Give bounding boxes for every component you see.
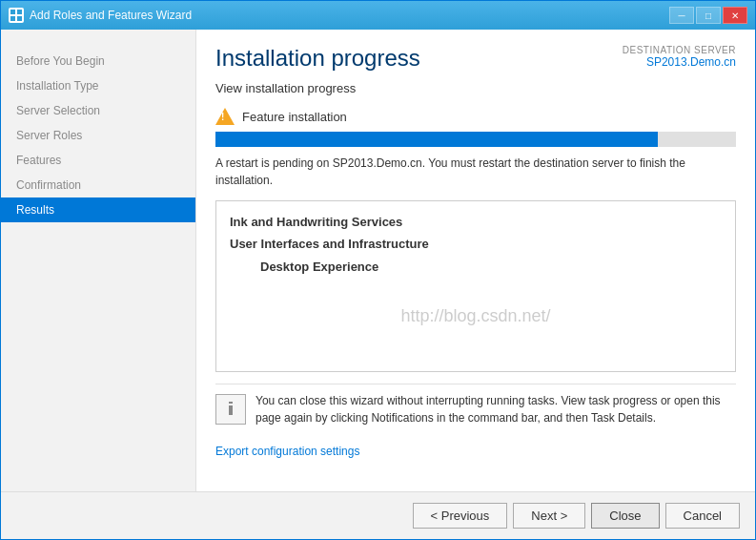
destination-server-info: DESTINATION SERVER SP2013.Demo.cn [623, 45, 736, 69]
close-button[interactable]: Close [591, 503, 659, 529]
destination-server-label: DESTINATION SERVER [623, 45, 736, 55]
progress-bar-fill [215, 132, 658, 147]
svg-rect-0 [10, 10, 15, 14]
progress-bar-container [215, 132, 736, 147]
feature-install-text: Feature installation [242, 110, 347, 124]
minimize-button[interactable]: ─ [669, 7, 694, 24]
svg-rect-4 [229, 402, 233, 404]
title-bar-left: Add Roles and Features Wizard [9, 8, 192, 23]
info-text: You can close this wizard without interr… [255, 392, 736, 426]
restart-notice: A restart is pending on SP2013.Demo.cn. … [215, 155, 736, 189]
installed-features-box: Ink and Handwriting Services User Interf… [215, 200, 736, 372]
page-body: View installation progress Feature insta… [196, 81, 755, 491]
footer: < Previous Next > Close Cancel [1, 491, 755, 539]
sidebar-item-before-you-begin[interactable]: Before You Begin [1, 49, 195, 73]
page-title: Installation progress [215, 45, 420, 72]
title-bar-controls: ─ □ ✕ [669, 7, 747, 24]
main-window: Add Roles and Features Wizard ─ □ ✕ Befo… [0, 0, 756, 540]
sidebar-item-installation-type[interactable]: Installation Type [1, 73, 195, 98]
title-bar: Add Roles and Features Wizard ─ □ ✕ [1, 1, 755, 30]
page-area: Installation progress DESTINATION SERVER… [196, 30, 755, 491]
export-configuration-link[interactable]: Export configuration settings [215, 445, 359, 458]
feature-ink-handwriting: Ink and Handwriting Services [230, 211, 722, 233]
watermark: http://blog.csdn.net/ [230, 306, 722, 326]
sidebar: Before You Begin Installation Type Serve… [1, 30, 196, 491]
sidebar-item-results[interactable]: Results [1, 197, 195, 222]
app-icon [9, 8, 24, 23]
next-button[interactable]: Next > [513, 503, 585, 529]
close-window-button[interactable]: ✕ [723, 7, 747, 24]
restore-button[interactable]: □ [696, 7, 721, 24]
page-header: Installation progress DESTINATION SERVER… [196, 30, 755, 81]
feature-desktop-experience: Desktop Experience [260, 256, 722, 278]
sidebar-item-server-selection[interactable]: Server Selection [1, 98, 195, 123]
svg-rect-5 [229, 405, 233, 415]
svg-rect-3 [17, 16, 22, 21]
sidebar-item-features[interactable]: Features [1, 148, 195, 173]
warning-triangle [215, 108, 235, 125]
info-row: You can close this wizard without interr… [215, 384, 736, 434]
svg-rect-1 [17, 10, 22, 14]
feature-install-row: Feature installation [215, 107, 736, 126]
svg-rect-2 [10, 16, 15, 21]
warning-icon [215, 107, 235, 126]
view-progress-label: View installation progress [215, 81, 736, 95]
sidebar-item-server-roles[interactable]: Server Roles [1, 123, 195, 148]
previous-button[interactable]: < Previous [413, 503, 508, 529]
info-icon-box [215, 394, 246, 425]
feature-user-interfaces: User Interfaces and Infrastructure [230, 233, 722, 255]
sidebar-item-confirmation[interactable]: Confirmation [1, 173, 195, 197]
main-content: Before You Begin Installation Type Serve… [1, 30, 755, 491]
content-area: Before You Begin Installation Type Serve… [1, 30, 755, 539]
cancel-button[interactable]: Cancel [665, 503, 740, 529]
destination-server-name: SP2013.Demo.cn [623, 55, 736, 69]
window-title: Add Roles and Features Wizard [30, 9, 192, 22]
